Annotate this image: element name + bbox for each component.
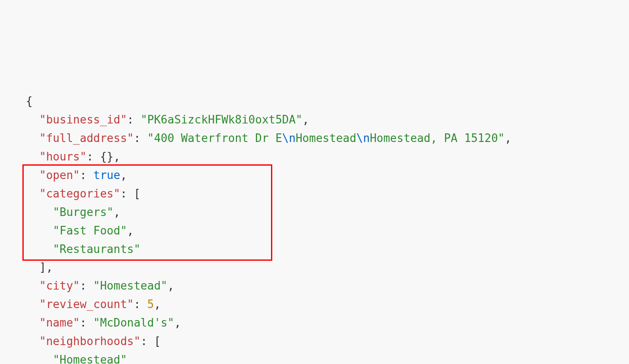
key-city: "city" (39, 279, 80, 292)
colon: : (134, 298, 147, 311)
colon: : (140, 335, 154, 348)
open-bracket: [ (134, 187, 140, 200)
key-hours: "hours" (39, 150, 87, 163)
value-name: "McDonald's" (93, 316, 174, 329)
colon: : (87, 150, 100, 163)
colon: : (80, 169, 93, 182)
value-full-address-p2: Homestead (296, 132, 356, 145)
value-category-0: "Burgers" (53, 206, 114, 219)
key-business-id: "business_id" (39, 113, 127, 126)
value-full-address-p1: "400 Waterfront Dr E (147, 132, 282, 145)
value-neighborhood-0: "Homestead" (53, 353, 127, 364)
key-open: "open" (39, 169, 80, 182)
comma: , (504, 132, 511, 145)
key-review-count: "review_count" (39, 298, 134, 311)
value-open: true (93, 169, 121, 182)
key-neighborhoods: "neighborhoods" (39, 335, 140, 348)
colon: : (80, 279, 93, 292)
comma: , (127, 224, 134, 237)
comma: , (114, 150, 121, 163)
value-hours: {} (100, 150, 113, 163)
value-business-id: "PK6aSizckHFWk8i0oxt5DA" (140, 113, 302, 126)
colon: : (120, 187, 134, 200)
comma: , (168, 279, 174, 292)
open-bracket: [ (154, 335, 161, 348)
key-full-address: "full_address" (39, 132, 134, 145)
comma: , (120, 169, 127, 182)
value-category-2: "Restaurants" (53, 243, 141, 256)
comma: , (154, 298, 161, 311)
key-name: "name" (39, 316, 80, 329)
colon: : (80, 316, 93, 329)
escape-n-1: \n (282, 132, 296, 145)
open-brace: { (26, 95, 33, 108)
comma: , (46, 261, 53, 274)
value-full-address-p3: Homestead, PA 15120" (370, 132, 504, 145)
colon: : (127, 113, 140, 126)
value-review-count: 5 (147, 298, 154, 311)
key-categories: "categories" (39, 187, 120, 200)
json-code-block: { "business_id": "PK6aSizckHFWk8i0oxt5DA… (0, 74, 629, 364)
comma: , (302, 113, 309, 126)
colon: : (134, 132, 147, 145)
comma: , (174, 316, 181, 329)
value-category-1: "Fast Food" (53, 224, 127, 237)
escape-n-2: \n (356, 132, 370, 145)
close-bracket: ] (39, 261, 46, 274)
value-city: "Homestead" (93, 279, 168, 292)
comma: , (114, 206, 121, 219)
